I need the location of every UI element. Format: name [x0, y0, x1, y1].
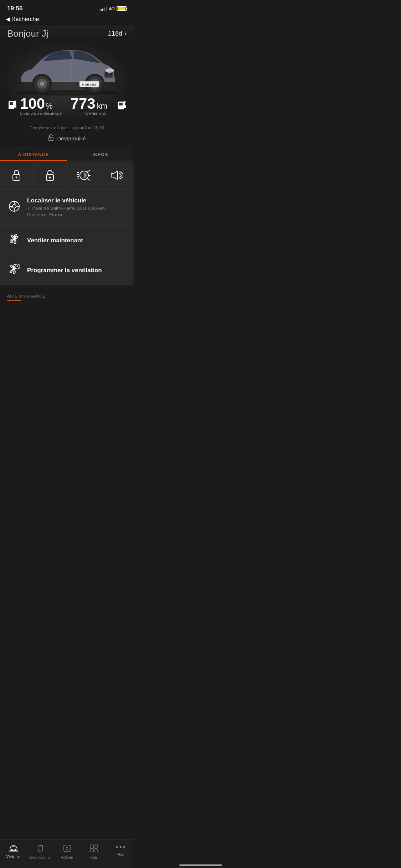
lock-icon — [48, 134, 54, 143]
svg-text:M AB 1887: M AB 1887 — [82, 83, 96, 86]
schedule-ventilate-icon — [7, 263, 21, 278]
days-badge[interactable]: 118d › — [108, 30, 127, 37]
car-image: M AB 1887 — [10, 43, 124, 100]
emergency-section: AIDE D'URGENCE — [0, 285, 134, 305]
back-label: Recherche — [11, 16, 39, 22]
network-label: 4G — [109, 6, 115, 11]
ventilate-now-item[interactable]: Ventiler maintenant — [0, 226, 134, 255]
unlock-button[interactable] — [34, 161, 67, 190]
schedule-ventilation-item[interactable]: Programmer la ventilation — [0, 255, 134, 285]
horn-button[interactable] — [100, 161, 134, 190]
lock-label: Déverrouillé — [57, 135, 86, 141]
svg-line-35 — [88, 170, 90, 172]
svg-point-14 — [106, 68, 114, 73]
car-svg: M AB 1887 — [10, 43, 124, 100]
svg-point-0 — [15, 90, 119, 95]
svg-rect-20 — [119, 103, 123, 105]
svg-point-24 — [51, 139, 52, 140]
back-button[interactable]: ◀ Recherche — [6, 16, 128, 22]
schedule-content: Programmer la ventilation — [27, 267, 127, 274]
days-value: 118d — [108, 30, 122, 37]
svg-line-37 — [88, 179, 90, 180]
back-arrow-icon: ◀ — [6, 16, 10, 22]
signal-icon — [101, 6, 107, 11]
locate-subtitle: 7 Traverse Saint-Pierre, 13100 Aix-en-Pr… — [27, 205, 127, 218]
chevron-right-icon: › — [124, 30, 127, 37]
range-unit: km — [97, 102, 107, 111]
last-update: Dernière mise à jour : aujourd'hui 19:53 — [0, 123, 134, 133]
locate-title: Localiser le véhicule — [27, 197, 127, 204]
horn-icon — [110, 170, 123, 180]
lights-button[interactable] — [67, 161, 101, 190]
status-icons: 4G ⚡ — [101, 6, 127, 11]
emergency-line — [7, 300, 21, 301]
ventilate-title: Ventiler maintenant — [27, 237, 127, 244]
lock-button[interactable] — [0, 161, 34, 190]
lights-icon — [76, 170, 91, 181]
action-list: Localiser le véhicule 7 Traverse Saint-P… — [0, 190, 134, 285]
schedule-title: Programmer la ventilation — [27, 267, 127, 274]
car-section: M AB 1887 100 % — [0, 39, 134, 123]
svg-point-29 — [49, 177, 51, 179]
tab-info[interactable]: INFOS — [67, 147, 134, 161]
lock-status: Déverrouillé — [0, 133, 134, 147]
emergency-label: AIDE D'URGENCE — [7, 294, 127, 298]
range-label: PORTÉE MAX. — [71, 112, 107, 115]
fuel-pump-icon — [7, 98, 17, 114]
tab-remote[interactable]: À DISTANCE — [0, 147, 67, 161]
fuel-unit: % — [46, 102, 53, 111]
tabs: À DISTANCE INFOS — [0, 147, 134, 161]
battery-icon: ⚡ — [117, 6, 127, 11]
fuel-label: NIVEAU DU CARBURANT — [20, 112, 62, 115]
svg-rect-22 — [124, 105, 126, 108]
svg-rect-11 — [109, 72, 112, 77]
header: Bonjour Jj 118d › — [0, 25, 134, 39]
unlock-icon — [44, 169, 56, 182]
svg-rect-16 — [10, 102, 13, 105]
ventilate-content: Ventiler maintenant — [27, 237, 127, 244]
status-time: 19:56 — [7, 5, 22, 12]
range-arrow-icon: → — [110, 103, 116, 109]
svg-point-26 — [16, 177, 17, 179]
svg-rect-18 — [14, 105, 16, 108]
lock-icon — [11, 169, 22, 182]
remote-actions-grid — [0, 161, 134, 190]
svg-point-4 — [40, 82, 44, 86]
status-bar: 19:56 4G ⚡ — [0, 0, 134, 14]
ventilate-icon — [7, 233, 21, 248]
svg-rect-10 — [105, 72, 108, 77]
greeting-text: Bonjour Jj — [7, 28, 48, 39]
locate-icon — [7, 200, 21, 215]
locate-content: Localiser le véhicule 7 Traverse Saint-P… — [27, 197, 127, 218]
back-nav: ◀ Recherche — [0, 14, 134, 25]
fuel-pump-right-icon — [117, 99, 127, 113]
locate-vehicle-item[interactable]: Localiser le véhicule 7 Traverse Saint-P… — [0, 190, 134, 226]
